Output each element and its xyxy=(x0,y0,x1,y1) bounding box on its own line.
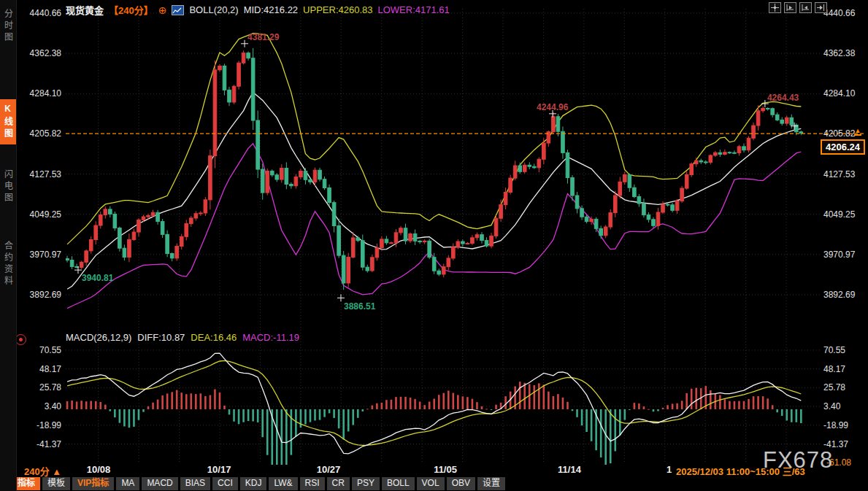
sidebar-item-3[interactable]: 合约资料 xyxy=(0,236,16,292)
chart-header: 现货黄金 【240分】 ⊕ BOLL(20,2) MID:4216.22 UPP… xyxy=(66,3,450,17)
toolbar-item-8[interactable]: LW& xyxy=(269,477,297,490)
pane-expand-icon[interactable] xyxy=(815,2,827,13)
crosshair-icon[interactable] xyxy=(769,2,781,13)
toolbar-item-4[interactable]: MACD xyxy=(142,477,177,490)
toolbar-item-3[interactable]: MA xyxy=(116,477,139,490)
sidebar-item-2[interactable]: 闪电图 xyxy=(0,165,16,209)
date-tick-label: 11/14 xyxy=(548,464,591,475)
boll-lower-value: LOWER:4171.61 xyxy=(378,4,450,15)
pane-shift-left-icon[interactable] xyxy=(784,2,796,13)
low-price-annotation: 3940.81 xyxy=(82,273,113,283)
axis-tick-label: 4362.38 xyxy=(823,48,866,58)
axis-tick-label: 4284.10 xyxy=(823,88,866,98)
macd-indicator-label: MACD(26,12,9) xyxy=(66,332,131,343)
symbol-name: 现货黄金 xyxy=(66,3,104,17)
indicator-toolbar: 指标模板VIP指标MAMACDBIASCCIKDJLW&RSICRPSYBOLL… xyxy=(12,477,505,490)
axis-tick-label: 4049.25 xyxy=(19,209,61,220)
toolbar-item-1[interactable]: 模板 xyxy=(42,477,70,490)
axis-tick-label: 4362.38 xyxy=(19,48,61,58)
axis-tick-label: 3970.97 xyxy=(823,250,866,260)
axis-tick-label: 4127.53 xyxy=(823,169,866,179)
timeframe-selector[interactable]: 240分 ▲ xyxy=(24,464,61,478)
macd-dea-value: DEA:16.46 xyxy=(191,332,237,343)
axis-tick-label: 3892.69 xyxy=(19,290,61,300)
date-tick-label: 10/27 xyxy=(307,464,350,475)
axis-tick-label: 70.55 xyxy=(823,345,866,355)
axis-tick-label: 4049.25 xyxy=(823,209,866,220)
crosshair-marker-icon[interactable] xyxy=(15,334,26,345)
axis-tick-label: 4284.10 xyxy=(19,88,61,98)
axis-tick-label: 4440.66 xyxy=(19,8,61,18)
axis-tick-label: 4205.82 xyxy=(19,128,61,139)
toolbar-item-2[interactable]: VIP指标 xyxy=(72,477,114,490)
toolbar-item-9[interactable]: RSI xyxy=(300,477,325,490)
high-price-annotation: 4244.96 xyxy=(537,102,568,112)
date-tick-label: 11/05 xyxy=(423,464,467,475)
axis-tick-label: 25.78 xyxy=(823,382,866,393)
date-tick-label: 10/08 xyxy=(77,464,120,475)
boll-mid-value: MID:4216.22 xyxy=(244,4,298,15)
toolbar-item-6[interactable]: CCI xyxy=(212,477,238,490)
toolbar-item-14[interactable]: OBV xyxy=(447,477,475,490)
axis-tick-label: 3970.97 xyxy=(19,250,61,260)
sidebar-item-0[interactable]: 分时图 xyxy=(0,4,16,48)
price-alert-arrow-icon[interactable]: ▲ xyxy=(853,128,863,136)
high-price-annotation: 4381.29 xyxy=(247,32,279,42)
macd-macd-value: MACD:-11.19 xyxy=(242,332,299,343)
toolbar-item-7[interactable]: KDJ xyxy=(240,477,267,490)
axis-tick-label: 48.17 xyxy=(19,364,61,374)
axis-tick-label: 4127.53 xyxy=(19,169,61,179)
toolbar-item-10[interactable]: CR xyxy=(327,477,350,490)
fx678-watermark: FX678 xyxy=(763,447,833,473)
toolbar-item-13[interactable]: VOL xyxy=(417,477,445,490)
trading-terminal: 分时图K线图闪电图合约资料 现货黄金 【240分】 ⊕ BOLL(20,2) M… xyxy=(0,0,868,491)
toolbar-item-11[interactable]: PSY xyxy=(352,477,380,490)
macd-diff-value: DIFF:10.87 xyxy=(137,332,185,343)
sidebar-item-1[interactable]: K线图 xyxy=(0,99,16,144)
high-price-annotation: 4264.43 xyxy=(767,93,799,103)
boll-upper-value: UPPER:4260.83 xyxy=(303,4,372,15)
low-price-annotation: 3886.51 xyxy=(344,301,375,312)
period-label: 【240分】 xyxy=(109,3,153,17)
axis-tick-label: -41.37 xyxy=(19,439,61,449)
pane-shift-right-icon[interactable] xyxy=(799,2,812,13)
axis-tick-label: -18.99 xyxy=(823,420,866,430)
boll-indicator-label: BOLL(20,2) xyxy=(189,4,238,15)
time-axis: 240分 ▲ 10/0810/1710/2711/0511/14 1 2025/… xyxy=(0,463,868,476)
last-price-tag: 4206.24 xyxy=(821,139,865,155)
axis-tick-label: 48.17 xyxy=(823,364,866,374)
axis-tick-label: 4440.66 xyxy=(823,8,866,18)
partial-date-label: 1 xyxy=(667,464,672,475)
axis-tick-label: 3.40 xyxy=(823,401,866,411)
toolbar-item-12[interactable]: BOLL xyxy=(382,477,415,490)
left-sidebar: 分时图K线图闪电图合约资料 xyxy=(0,0,17,491)
macd-header: MACD(26,12,9) DIFF:10.87 DEA:16.46 MACD:… xyxy=(66,332,299,343)
axis-tick-label: 25.78 xyxy=(19,382,61,393)
date-tick-label: 10/17 xyxy=(197,464,241,475)
axis-tick-label: 70.55 xyxy=(19,345,61,355)
chart-type-icon[interactable] xyxy=(172,5,184,15)
axis-tick-label: 3.40 xyxy=(19,401,61,411)
toolbar-item-5[interactable]: BIAS xyxy=(180,477,210,490)
kline-chart-canvas[interactable] xyxy=(0,0,868,491)
toolbar-item-15[interactable]: 设置 xyxy=(477,477,505,490)
add-indicator-icon[interactable]: ⊕ xyxy=(158,6,167,15)
axis-tick-label: -18.99 xyxy=(19,420,61,430)
chart-toolbox xyxy=(769,2,827,13)
axis-tick-label: 3892.69 xyxy=(823,290,866,300)
